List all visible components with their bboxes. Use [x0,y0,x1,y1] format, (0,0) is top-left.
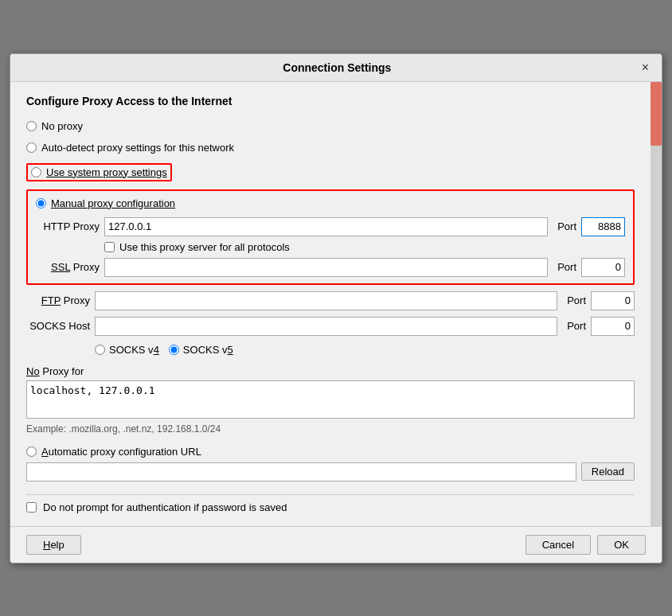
ssl-proxy-label: SSL Proxy [36,261,100,273]
auto-proxy-url-row: Reload [26,462,635,481]
http-proxy-row: HTTP Proxy Port [36,217,625,236]
ftp-port-label: Port [562,294,586,306]
socks-host-row: SOCKS Host Port [26,317,635,336]
cancel-button[interactable]: Cancel [525,535,591,555]
manual-proxy-label: Manual proxy configuration [51,197,175,209]
ssl-proxy-input[interactable] [104,258,548,277]
help-button[interactable]: Help [26,535,81,555]
auto-proxy-option[interactable]: Automatic proxy configuration URL [26,444,635,459]
http-proxy-label: HTTP Proxy [36,220,100,232]
use-for-all-row: Use this proxy server for all protocols [104,241,625,253]
ssl-port-label: Port [553,261,576,273]
socks-v4-label: SOCKS v4 [109,344,159,356]
ssl-port-input[interactable] [581,258,625,277]
socks-v4-radio[interactable] [95,345,105,355]
footer: Help Cancel OK [10,526,662,563]
connection-settings-dialog: Connection Settings × Configure Proxy Ac… [10,53,662,563]
socks-port-input[interactable] [591,317,635,336]
auto-proxy-label: Automatic proxy configuration URL [41,446,201,458]
ftp-proxy-label: FTP Proxy [26,294,90,306]
auto-detect-radio[interactable] [26,142,37,153]
auto-detect-option[interactable]: Auto-detect proxy settings for this netw… [26,140,635,155]
socks-v5-radio[interactable] [169,345,179,355]
no-auth-checkbox[interactable] [26,502,37,513]
auth-checkbox-row: Do not prompt for authentication if pass… [26,494,635,513]
close-button[interactable]: × [639,60,652,75]
http-proxy-input[interactable] [104,217,548,236]
manual-proxy-section: Manual proxy configuration HTTP Proxy Po… [26,189,635,285]
auto-detect-label: Auto-detect proxy settings for this netw… [41,142,234,154]
auto-proxy-section: Automatic proxy configuration URL Reload [26,444,635,481]
no-proxy-for-label: No Proxy for [26,365,635,377]
no-auth-label: Do not prompt for authentication if pass… [43,501,287,513]
use-system-proxy-container: Use system proxy settings [26,163,172,181]
dialog-title: Connection Settings [36,61,639,74]
no-proxy-label: No proxy [41,120,83,132]
no-proxy-option[interactable]: No proxy [26,119,635,134]
http-port-label: Port [553,220,576,232]
socks-port-label: Port [562,320,586,332]
manual-proxy-radio[interactable] [36,198,46,209]
socks-host-input[interactable] [95,317,557,336]
manual-proxy-header: Manual proxy configuration [36,197,625,209]
http-port-input[interactable] [581,217,625,236]
footer-right: Cancel OK [525,535,646,555]
use-for-all-checkbox[interactable] [104,242,115,252]
title-bar: Connection Settings × [10,54,662,82]
scrollbar[interactable] [651,82,662,526]
socks-version-row: SOCKS v4 SOCKS v5 [95,344,635,356]
ok-button[interactable]: OK [597,535,646,555]
main-content: Configure Proxy Access to the Internet N… [10,82,651,526]
scrollbar-thumb[interactable] [651,82,662,146]
ftp-proxy-input[interactable] [95,291,557,310]
no-proxy-for-section: No Proxy for localhost, 127.0.0.1 Exampl… [26,365,635,435]
section-title: Configure Proxy Access to the Internet [26,95,635,107]
ssl-proxy-row: SSL Proxy Port [36,258,625,277]
auto-proxy-url-input[interactable] [26,462,576,481]
use-for-all-label: Use this proxy server for all protocols [119,241,290,253]
no-proxy-radio[interactable] [26,121,37,131]
socks-v5-label: SOCKS v5 [183,344,233,356]
use-system-proxy-radio[interactable] [31,167,41,177]
ftp-port-input[interactable] [591,291,635,310]
no-proxy-textarea[interactable]: localhost, 127.0.0.1 [26,380,635,419]
reload-button[interactable]: Reload [581,462,635,481]
use-system-proxy-label: Use system proxy settings [46,166,167,178]
socks-host-label: SOCKS Host [26,320,90,332]
ftp-proxy-row: FTP Proxy Port [26,291,635,310]
auto-proxy-radio[interactable] [26,446,37,457]
example-text: Example: .mozilla.org, .net.nz, 192.168.… [26,423,635,435]
content-area: Configure Proxy Access to the Internet N… [10,82,651,526]
